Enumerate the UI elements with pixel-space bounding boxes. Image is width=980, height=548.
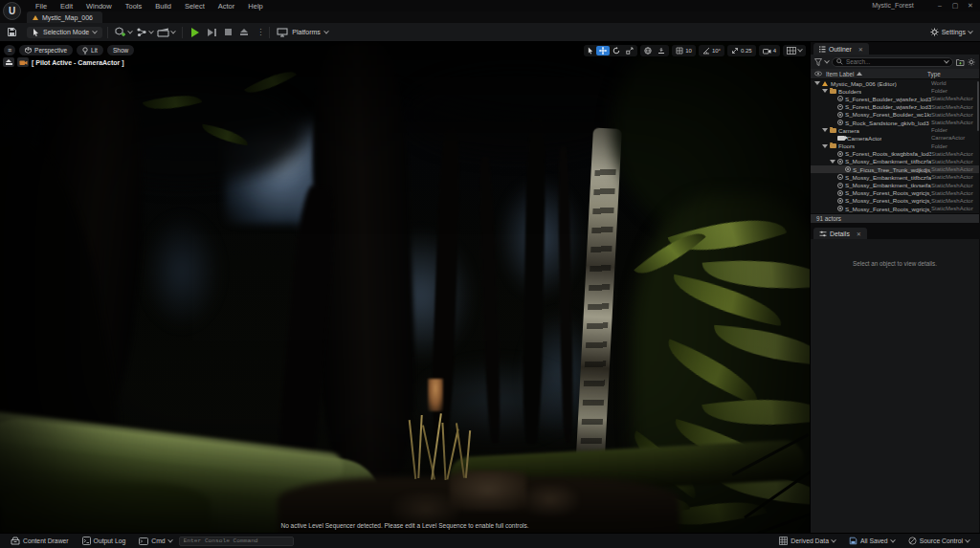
outliner-row[interactable]: S_Mossy_Embankment_tkvseifa_loStaticMesh… — [811, 181, 979, 188]
outliner-row[interactable]: S_Mossy_Forest_Roots_wgricjs_loStaticMes… — [811, 189, 979, 197]
source-control-button[interactable]: Source Control — [902, 537, 976, 545]
maximize-button[interactable]: ▢ — [947, 0, 963, 11]
scale-tool-button[interactable] — [623, 46, 636, 55]
lit-dropdown[interactable]: Lit — [77, 45, 103, 55]
menu-file[interactable]: File — [29, 2, 54, 11]
derived-data-icon — [779, 537, 788, 545]
outliner-scrollbar[interactable] — [977, 81, 979, 131]
selection-mode-dropdown[interactable]: Selection Mode — [27, 27, 102, 38]
save-button[interactable] — [5, 25, 19, 39]
outliner-row[interactable]: FloorsFolder — [811, 142, 979, 150]
eject-button[interactable] — [240, 29, 248, 35]
row-label: S_Mossy_Embankment_titfbczfa_lo — [845, 174, 931, 181]
outliner-row[interactable]: CameraActorCameraActor — [811, 134, 979, 142]
surface-snap-button[interactable] — [655, 46, 668, 55]
derived-data-button[interactable]: Derived Data — [772, 537, 842, 545]
perspective-dropdown[interactable]: Perspective — [19, 45, 73, 55]
play-options-button[interactable]: ⋮ — [256, 29, 264, 36]
scale-snap-button[interactable]: 0.25 — [728, 46, 755, 55]
outliner-row[interactable]: S_Forest_Boulder_wjwsfez_lod3_VaStaticMe… — [811, 95, 979, 102]
outliner-row[interactable]: S_Mossy_Embankment_titfbczfa_loStaticMes… — [811, 158, 979, 165]
add-actor-button[interactable] — [113, 25, 134, 39]
create-folder-icon[interactable] — [956, 58, 965, 66]
stop-piloting-button[interactable] — [3, 57, 14, 67]
minimize-button[interactable]: – — [932, 0, 947, 11]
close-icon[interactable]: ✕ — [857, 230, 861, 237]
select-tool-button[interactable] — [585, 46, 596, 55]
outliner-row[interactable]: BouldersFolder — [811, 87, 979, 95]
row-type: StaticMeshActor — [931, 104, 979, 110]
menu-help[interactable]: Help — [241, 2, 269, 11]
perspective-label: Perspective — [34, 47, 67, 54]
column-type[interactable]: Type — [927, 71, 975, 77]
play-button[interactable] — [191, 28, 199, 37]
all-saved-button[interactable]: All Saved — [842, 537, 902, 545]
actor-count: 91 actors — [816, 215, 841, 222]
settings-dropdown[interactable]: Settings — [930, 28, 972, 36]
outliner-search-box[interactable] — [832, 57, 953, 67]
menu-actor[interactable]: Actor — [212, 2, 242, 11]
grid-snap-button[interactable]: 10 — [673, 46, 695, 55]
tab-mystic-map-006[interactable]: Mystic_Map_006 — [27, 11, 102, 23]
viewport-menu-button[interactable]: ≡ — [4, 45, 15, 55]
eject-icon — [240, 29, 248, 33]
outliner-row[interactable]: S_Forest_Boulder_wjwsfez_lod3_VaStaticMe… — [811, 103, 979, 111]
world-local-toggle[interactable] — [641, 46, 655, 55]
cinematics-button[interactable] — [155, 25, 177, 39]
outliner-row[interactable]: S_Forest_Roots_tkwgbbsfa_lod3StaticMeshA… — [811, 150, 979, 158]
tab-details[interactable]: Details ✕ — [813, 228, 867, 239]
main-area: ≡ Perspective Lit Show — [0, 42, 980, 533]
menu-edit[interactable]: Edit — [54, 2, 79, 11]
monitor-icon — [277, 28, 288, 37]
outliner-row[interactable]: CameraFolder — [811, 126, 979, 134]
row-label: S_Forest_Boulder_wjwsfez_lod3_Va — [845, 103, 931, 110]
eye-icon[interactable] — [814, 71, 822, 77]
output-log-button[interactable]: Output Log — [76, 534, 133, 548]
move-tool-button[interactable] — [596, 46, 610, 55]
outliner-row[interactable]: S_Mossy_Forest_Boulder_wc1kxbr_StaticMes… — [811, 111, 979, 119]
unreal-logo-icon[interactable]: U — [3, 2, 21, 20]
menu-window[interactable]: Window — [79, 2, 119, 11]
level-icon — [822, 80, 829, 86]
platforms-dropdown[interactable]: Platforms — [275, 26, 330, 39]
camera-speed-button[interactable]: 4 — [760, 46, 779, 55]
window-controls: – ▢ ✕ — [932, 0, 978, 11]
rotation-snap-button[interactable]: 10° — [700, 46, 724, 55]
pilot-camera-button[interactable] — [17, 57, 29, 67]
close-button[interactable]: ✕ — [963, 0, 978, 11]
search-input[interactable] — [846, 58, 942, 65]
menu-build[interactable]: Build — [148, 2, 178, 11]
filter-icon[interactable] — [814, 58, 822, 66]
eject-icon — [6, 59, 12, 65]
outliner-row[interactable]: S_Mossy_Forest_Roots_wgricjs_loStaticMes… — [811, 197, 979, 205]
outliner-settings-gear-icon[interactable] — [968, 58, 975, 66]
row-label: S_Mossy_Embankment_tkvseifa_lo — [845, 182, 931, 188]
outliner-row[interactable]: S_Rock_Sandstone_gkivb_lod3StaticMeshAct… — [811, 119, 979, 126]
menu-select[interactable]: Select — [178, 2, 212, 11]
console-command-input[interactable] — [184, 537, 289, 544]
show-dropdown[interactable]: Show — [107, 45, 134, 55]
rotate-tool-button[interactable] — [610, 46, 623, 55]
tab-outliner[interactable]: Outliner ✕ — [813, 43, 869, 55]
column-item-label[interactable]: Item Label — [826, 71, 927, 77]
outliner-row[interactable]: S_Mossy_Embankment_titfbczfa_loStaticMes… — [811, 173, 979, 181]
outliner-row[interactable]: S_Ficus_Tree_Trunk_wdjkdjs_lodStaticMesh… — [811, 165, 979, 173]
outliner-row[interactable]: S_Mossy_Forest_Roots_wgricjs_loStaticMes… — [811, 205, 979, 212]
expander-arrow-icon[interactable] — [822, 128, 828, 132]
expander-arrow-icon[interactable] — [814, 81, 820, 85]
cmd-dropdown[interactable]: Cmd — [132, 534, 178, 548]
close-icon[interactable]: ✕ — [858, 46, 863, 53]
viewport-layout-button[interactable] — [784, 46, 805, 55]
outliner-row[interactable]: Mystic_Map_006 (Editor)World — [811, 79, 979, 87]
mesh-icon — [837, 174, 843, 180]
expander-arrow-icon[interactable] — [822, 144, 828, 148]
blueprints-button[interactable] — [134, 25, 155, 39]
level-viewport[interactable]: ≡ Perspective Lit Show — [0, 42, 811, 533]
chevron-down-icon[interactable] — [824, 57, 830, 63]
expander-arrow-icon[interactable] — [830, 160, 835, 164]
expander-arrow-icon[interactable] — [822, 89, 828, 93]
stop-button[interactable] — [225, 29, 232, 35]
content-drawer-button[interactable]: Content Drawer — [4, 534, 76, 548]
skip-to-next-button[interactable] — [208, 29, 216, 36]
menu-tools[interactable]: Tools — [119, 2, 149, 11]
